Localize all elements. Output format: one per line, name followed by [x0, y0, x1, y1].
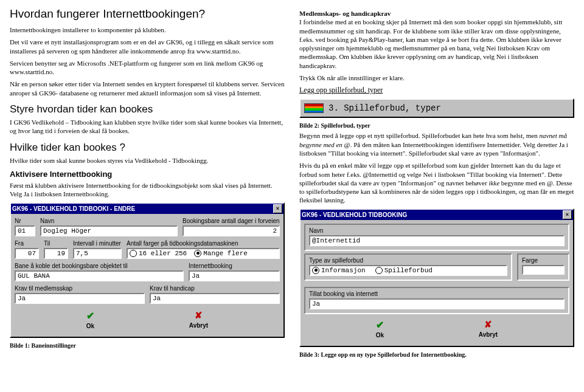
label-type: Type av spilleforbud	[309, 257, 507, 264]
heading-legg-opp: Legg opp spilleforbud, typer	[299, 86, 574, 95]
paragraph: Først må klubben aktivisere Internettboo…	[10, 181, 285, 199]
dialog-title: GK96 - VEDLIKEHOLD TIDBOOKI - ENDRE	[12, 205, 135, 212]
cancel-button[interactable]: ✘ Avbryt	[479, 319, 498, 338]
label-krav-medlem: Krav til medlemsskap	[15, 285, 145, 292]
label-navn: Navn	[309, 227, 565, 234]
dialog-bane: GK96 - VEDLIKEHOLD TIDBOOKI - ENDRE × Nr…	[10, 202, 285, 338]
subheading-medlemskap: Medlemskaps- og handicapkrav	[299, 10, 391, 17]
select-farge[interactable]	[522, 265, 565, 275]
select-tillat[interactable]: Ja	[309, 298, 565, 309]
dialog-title: GK96 - VEDLIKEHOLD TIDBOOKING	[302, 211, 407, 218]
select-internettbooking[interactable]: Ja	[189, 270, 280, 281]
heading-which-times: Hvilke tider kan bookes ?	[10, 142, 285, 154]
paragraph: Når en person søker etter tider via Inte…	[10, 80, 285, 97]
label-bane: Bane å koble det bookingsbare objektet t…	[15, 263, 184, 269]
input-book-days[interactable]: 2	[182, 225, 280, 236]
label-book-days: Bookingsbare antall dager i forveien	[182, 218, 280, 224]
label-colors: Antall farger på tidbookingsdatamaskinen	[127, 240, 280, 247]
dialog-spilleforbud: GK96 - VEDLIKEHOLD TIDBOOKING × Navn @In…	[299, 208, 574, 347]
caption-bilde1: Bilde 1: Baneinnstillinger	[10, 342, 285, 349]
caption-bilde2: Bilde 2: Spilleforbud, typer	[299, 122, 574, 129]
close-icon: ✘	[484, 319, 492, 330]
paragraph: Hvilke tider som skal kunne bookes styre…	[10, 156, 285, 165]
radio-informasjon[interactable]: Informasjon	[312, 267, 366, 274]
label-interval: Intervall i minutter	[73, 240, 122, 247]
subheading-activate: Aktivisere Internettbooking	[10, 170, 285, 179]
label-farge: Farge	[522, 257, 565, 264]
paragraph: Hvis du på en enkel måte vil legge opp e…	[299, 161, 574, 204]
heading-main: Hvordan fungerer Internettbookingen?	[10, 7, 285, 21]
check-icon: ✔	[86, 310, 94, 322]
input-fra[interactable]: 07	[15, 248, 39, 259]
label-navn: Navn	[40, 218, 178, 224]
label-krav-handicap: Krav til handicap	[150, 285, 280, 292]
ok-button[interactable]: ✔ Ok	[86, 310, 94, 329]
cancel-button[interactable]: ✘ Avbryt	[189, 310, 208, 329]
heading-control-booking: Styre hvordan tider kan bookes	[10, 103, 285, 115]
radio-16-256[interactable]: 16 eller 256	[130, 250, 187, 257]
select-krav-medlem[interactable]: Ja	[15, 293, 145, 304]
input-interval[interactable]: 7,5	[73, 248, 122, 259]
close-icon[interactable]: ×	[563, 210, 572, 219]
radio-spilleforbud[interactable]: Spilleforbud	[375, 267, 433, 274]
label-internettbooking: Internettbooking	[189, 263, 280, 269]
check-icon: ✔	[376, 319, 384, 331]
ok-button[interactable]: ✔ Ok	[376, 319, 384, 339]
select-krav-handicap[interactable]: Ja	[150, 293, 280, 304]
paragraph: Internettbookingen installerer to kompon…	[10, 26, 285, 34]
label-fra: Fra	[15, 240, 39, 247]
input-til[interactable]: 19	[44, 248, 68, 259]
close-icon[interactable]: ×	[273, 204, 282, 213]
box-spilleforbud-typer: 3. Spilleforbud, typer	[299, 98, 574, 118]
titlebar: GK96 - VEDLIKEHOLD TIDBOOKING ×	[301, 210, 573, 220]
input-navn[interactable]: Dogleg Höger	[40, 225, 178, 236]
label-nr: Nr	[15, 218, 35, 224]
label-tillat: Tillat booking via internett	[309, 291, 565, 297]
input-nr[interactable]: 01	[15, 225, 35, 236]
caption-bilde3: Bilde 3: Legge opp en ny type Spilleforb…	[299, 351, 574, 359]
paragraph: Medlemskaps- og handicapkrav I forbindel…	[299, 9, 574, 70]
close-icon: ✘	[195, 310, 203, 321]
paragraph: Begynn med å legge opp et nytt spillefor…	[299, 131, 574, 157]
stripes-icon	[304, 103, 324, 113]
radio-many[interactable]: Mange flere	[194, 250, 248, 257]
titlebar: GK96 - VEDLIKEHOLD TIDBOOKI - ENDRE ×	[11, 204, 283, 214]
paragraph: Trykk Ok når alle innstillinger er klare…	[299, 74, 574, 82]
paragraph: Det vil være et nytt installasjonsprogra…	[10, 38, 285, 55]
input-navn[interactable]: @Internettid	[309, 235, 565, 246]
paragraph: Servicen benytter seg av Microsofts .NET…	[10, 59, 285, 77]
label-til: Til	[44, 240, 68, 247]
left-column: Hvordan fungerer Internettbookingen? Int…	[10, 7, 285, 360]
box-text: 3. Spilleforbud, typer	[328, 103, 441, 113]
select-bane[interactable]: GUL BANA	[15, 270, 184, 281]
paragraph: I GK96 Vedlikehold – Tidbooking kan klub…	[10, 118, 285, 136]
right-column: Medlemskaps- og handicapkrav I forbindel…	[299, 7, 574, 360]
